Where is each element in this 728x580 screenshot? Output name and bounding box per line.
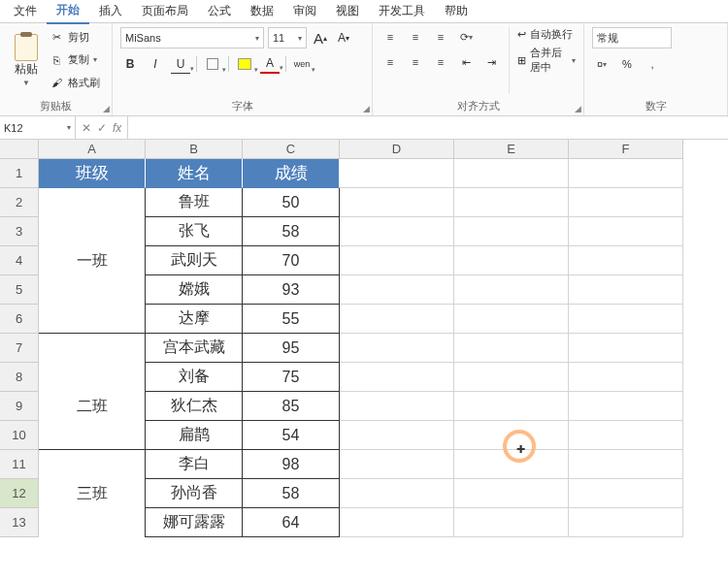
cell-E2[interactable] [454,188,569,217]
font-color-button[interactable]: A ▾ [260,54,280,74]
cell-A9[interactable]: 二班 [39,392,146,421]
cell-C12[interactable]: 58 [243,479,340,508]
row-header-10[interactable]: 10 [0,421,39,450]
cell-E3[interactable] [454,217,569,246]
align-bottom-button[interactable]: ≡ [431,27,450,47]
cell-B1[interactable]: 姓名 [146,159,243,188]
row-header-12[interactable]: 12 [0,479,39,508]
merge-cells-button[interactable]: ⊞ 合并后居中 ▾ [517,46,576,75]
menu-data[interactable]: 数据 [241,0,283,23]
row-header-11[interactable]: 11 [0,450,39,479]
cell-E6[interactable] [454,305,569,334]
cell-A13[interactable] [39,508,146,537]
paste-button[interactable]: 粘贴 ▼ [8,27,45,93]
align-top-button[interactable]: ≡ [381,27,400,47]
cell-A11[interactable] [39,450,146,479]
align-middle-button[interactable]: ≡ [406,27,425,47]
cell-C7[interactable]: 95 [243,334,340,363]
underline-button[interactable]: U ▾ [171,54,190,74]
cell-E5[interactable] [454,275,569,305]
row-header-4[interactable]: 4 [0,246,39,275]
increase-font-button[interactable]: A▴ [311,28,330,48]
align-left-button[interactable]: ≡ [381,52,400,72]
cell-D5[interactable] [340,275,454,305]
align-center-button[interactable]: ≡ [406,52,425,72]
cell-A5[interactable] [39,275,146,305]
decrease-indent-button[interactable]: ⇤ [456,52,476,72]
cell-B3[interactable]: 张飞 [146,217,243,246]
name-box[interactable]: K12 ▾ [0,116,76,139]
cell-D13[interactable] [340,508,454,537]
col-header-E[interactable]: E [454,140,569,159]
cell-A12[interactable]: 三班 [39,479,146,508]
row-header-3[interactable]: 3 [0,217,39,246]
cell-F2[interactable] [569,188,683,217]
row-header-8[interactable]: 8 [0,363,39,392]
italic-button[interactable]: I [146,54,165,74]
cell-E10[interactable] [454,421,569,450]
cell-E9[interactable] [454,392,569,421]
cell-B6[interactable]: 达摩 [146,305,243,334]
row-header-2[interactable]: 2 [0,188,39,217]
cell-D10[interactable] [340,421,454,450]
orientation-button[interactable]: ⟳▾ [456,27,476,47]
cell-E7[interactable] [454,334,569,363]
cell-B2[interactable]: 鲁班 [146,188,243,217]
fx-icon[interactable]: fx [113,121,121,135]
col-header-C[interactable]: C [243,140,340,159]
cell-A3[interactable] [39,217,146,246]
number-format-combo[interactable]: 常规 [592,27,672,48]
cell-B10[interactable]: 扁鹊 [146,421,243,450]
percent-button[interactable]: % [617,54,637,74]
menu-review[interactable]: 审阅 [283,0,326,23]
cell-F12[interactable] [569,479,683,508]
font-name-combo[interactable]: MiSans ▾ [120,27,264,48]
cell-B5[interactable]: 嫦娥 [146,275,243,305]
cell-F7[interactable] [569,334,683,363]
col-header-D[interactable]: D [340,140,454,159]
menu-insert[interactable]: 插入 [89,0,132,23]
cell-E1[interactable] [454,159,569,188]
cell-A1[interactable]: 班级 [39,159,146,188]
cut-button[interactable]: ✂ 剪切 [49,27,100,48]
menu-file[interactable]: 文件 [4,0,47,23]
fill-color-button[interactable]: ▾ [235,54,254,74]
menu-developer[interactable]: 开发工具 [369,0,435,23]
cell-D12[interactable] [340,479,454,508]
cell-E13[interactable] [454,508,569,537]
cell-E11[interactable] [454,450,569,479]
cell-F4[interactable] [569,246,683,275]
cell-F8[interactable] [569,363,683,392]
format-painter-button[interactable]: 🖌 格式刷 [49,73,100,93]
row-header-13[interactable]: 13 [0,508,39,537]
expand-clipboard-icon[interactable]: ◢ [103,104,110,113]
cell-B12[interactable]: 孙尚香 [146,479,243,508]
font-size-combo[interactable]: 11 ▾ [268,27,307,48]
cell-F13[interactable] [569,508,683,537]
row-header-7[interactable]: 7 [0,334,39,363]
cell-E4[interactable] [454,246,569,275]
align-right-button[interactable]: ≡ [431,52,450,72]
cell-B9[interactable]: 狄仁杰 [146,392,243,421]
cell-C4[interactable]: 70 [243,246,340,275]
wrap-text-button[interactable]: ↩ 自动换行 [517,27,576,42]
cell-D4[interactable] [340,246,454,275]
menu-help[interactable]: 帮助 [435,0,478,23]
cell-C13[interactable]: 64 [243,508,340,537]
cell-D11[interactable] [340,450,454,479]
confirm-formula-icon[interactable]: ✓ [97,121,107,135]
cell-C11[interactable]: 98 [243,450,340,479]
menu-home[interactable]: 开始 [47,0,89,24]
copy-button[interactable]: ⎘ 复制 ▾ [49,49,100,70]
cell-C6[interactable]: 55 [243,305,340,334]
row-header-9[interactable]: 9 [0,392,39,421]
comma-button[interactable]: , [643,54,662,74]
cell-F1[interactable] [569,159,683,188]
cancel-formula-icon[interactable]: ✕ [82,121,91,135]
cell-C2[interactable]: 50 [243,188,340,217]
formula-input[interactable] [128,116,728,139]
cell-A8[interactable] [39,363,146,392]
cell-C9[interactable]: 85 [243,392,340,421]
cell-B13[interactable]: 娜可露露 [146,508,243,537]
cell-A2[interactable] [39,188,146,217]
